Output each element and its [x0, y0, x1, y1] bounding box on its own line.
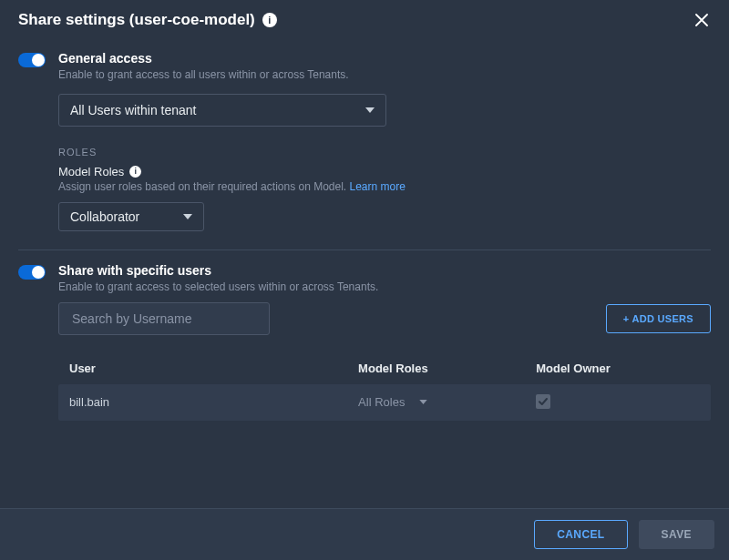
- dialog-footer: CANCEL SAVE: [0, 508, 729, 560]
- add-users-button[interactable]: + ADD USERS: [606, 304, 711, 333]
- table-header: User Model Roles Model Owner: [58, 353, 711, 384]
- dialog-title: Share settings (user-coe-model): [18, 11, 255, 29]
- learn-more-link[interactable]: Learn more: [350, 180, 406, 193]
- specific-users-toggle[interactable]: [18, 265, 46, 280]
- search-input[interactable]: [70, 311, 258, 327]
- save-button[interactable]: SAVE: [639, 520, 714, 549]
- cell-user: bill.bain: [69, 395, 347, 409]
- dialog-body: General access Enable to grant access to…: [0, 36, 729, 508]
- col-roles: Model Roles: [358, 361, 525, 375]
- cancel-button[interactable]: CANCEL: [534, 520, 627, 549]
- users-table: User Model Roles Model Owner bill.bain A…: [58, 353, 711, 421]
- search-input-wrap[interactable]: [58, 302, 270, 335]
- info-icon[interactable]: i: [129, 166, 141, 178]
- general-access-toggle[interactable]: [18, 53, 46, 67]
- dialog-header: Share settings (user-coe-model) i: [0, 0, 729, 36]
- caret-down-icon: [365, 107, 375, 113]
- role-select[interactable]: Collaborator: [58, 202, 204, 231]
- caret-down-icon: [183, 214, 192, 219]
- owner-checkbox[interactable]: [536, 394, 550, 409]
- specific-users-subtitle: Enable to grant access to selected users…: [58, 280, 711, 293]
- general-access-title: General access: [58, 51, 711, 66]
- col-owner: Model Owner: [536, 361, 675, 375]
- check-icon: [538, 396, 549, 407]
- role-select-value: Collaborator: [70, 209, 139, 224]
- scope-select-value: All Users within tenant: [70, 103, 197, 117]
- close-icon: [695, 14, 708, 26]
- scope-select[interactable]: All Users within tenant: [58, 94, 386, 127]
- general-access-section: General access Enable to grant access to…: [18, 42, 711, 244]
- general-access-subtitle: Enable to grant access to all users with…: [58, 68, 711, 81]
- roles-subhead: ROLES: [58, 147, 711, 158]
- col-user: User: [69, 361, 347, 375]
- model-roles-label: Model Roles: [58, 165, 124, 178]
- specific-users-title: Share with specific users: [58, 263, 711, 279]
- specific-users-section: Share with specific users Enable to gran…: [18, 254, 711, 433]
- section-divider: [18, 249, 711, 250]
- row-role-select[interactable]: All Roles: [358, 395, 427, 409]
- caret-down-icon: [419, 400, 427, 404]
- model-roles-help: Assign user roles based on their require…: [58, 180, 711, 193]
- close-button[interactable]: [693, 11, 711, 29]
- row-role-value: All Roles: [358, 395, 405, 409]
- table-row: bill.bain All Roles: [58, 384, 711, 421]
- info-icon[interactable]: i: [262, 13, 277, 27]
